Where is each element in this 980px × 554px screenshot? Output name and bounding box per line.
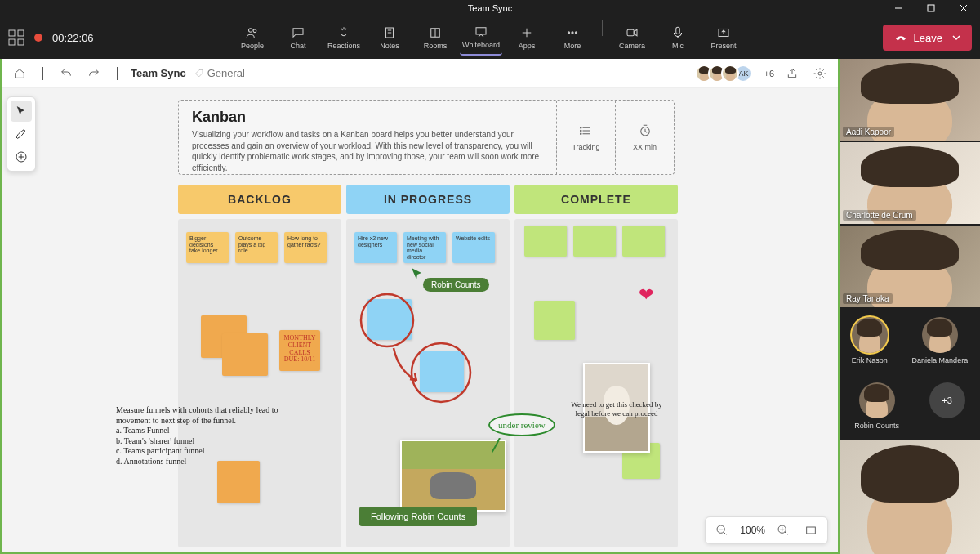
sticky-note[interactable] — [368, 299, 412, 340]
sticky-note[interactable] — [222, 333, 268, 376]
sticky-note[interactable] — [534, 301, 575, 340]
add-tool[interactable] — [11, 146, 32, 168]
svg-rect-22 — [676, 27, 680, 34]
participants-panel: Aadi Kapoor Charlotte de Crum Ray Tanaka… — [840, 59, 980, 554]
settings-button[interactable] — [810, 64, 830, 83]
more-button[interactable]: More — [551, 20, 594, 56]
window-minimize-button[interactable] — [882, 0, 915, 16]
window-maximize-button[interactable] — [915, 0, 947, 16]
main-region: Team Sync General AK +6 — [0, 59, 980, 554]
zoom-in-button[interactable] — [773, 520, 793, 540]
sticky-note[interactable]: Bigger decisions take longer — [186, 232, 229, 263]
handwritten-annotation: We need to get this checked by legal bef… — [564, 400, 670, 419]
whiteboard-canvas[interactable]: Kanban Visualizing your workflow and tas… — [2, 88, 838, 552]
mic-button[interactable]: Mic — [657, 20, 699, 56]
svg-point-8 — [249, 29, 253, 33]
window-close-button[interactable] — [947, 0, 980, 16]
kanban-description: Visualizing your workflow and tasks on a… — [192, 129, 543, 173]
tag-icon — [194, 69, 204, 78]
sticky-note[interactable] — [420, 351, 464, 392]
remote-cursor-tag: Robin Counts — [423, 278, 489, 292]
svg-rect-21 — [627, 29, 634, 36]
presence-overflow[interactable]: +6 — [764, 69, 774, 78]
video-tile[interactable]: Charlotte de Crum — [840, 142, 980, 224]
participant-avatar[interactable]: Erik Nason — [852, 317, 888, 364]
participant-avatar[interactable]: Daniela Mandera — [912, 317, 969, 364]
svg-point-32 — [580, 130, 581, 132]
sticky-note[interactable] — [622, 226, 665, 257]
whiteboard-tool-palette — [7, 96, 36, 172]
select-tool[interactable] — [11, 101, 32, 122]
present-button[interactable]: Present — [702, 20, 745, 56]
notes-button[interactable]: Notes — [368, 20, 411, 56]
whiteboard-button[interactable]: Whiteboard — [460, 20, 502, 56]
recording-indicator-icon — [34, 34, 42, 42]
video-tile[interactable] — [840, 440, 980, 554]
sticky-note[interactable]: Outcome plays a big role — [235, 232, 278, 263]
participant-name: Ray Tanaka — [843, 293, 893, 304]
chevron-down-icon — [952, 34, 960, 42]
handwritten-note: MONTHLY CLIENT CALLS DUE: 10/11 — [283, 335, 317, 364]
video-tile[interactable]: Ray Tanaka — [840, 226, 980, 307]
svg-point-33 — [580, 133, 581, 135]
leave-button[interactable]: Leave — [883, 25, 972, 51]
kanban-description-card[interactable]: Kanban Visualizing your workflow and tas… — [178, 100, 675, 175]
participant-name: Charlotte de Crum — [843, 210, 916, 221]
people-button[interactable]: People — [231, 20, 274, 56]
header-divider — [42, 67, 43, 80]
column-header-complete[interactable]: COMPLETE — [514, 185, 678, 214]
board-title: Team Sync — [131, 67, 186, 79]
app-grid-icon[interactable] — [8, 29, 24, 46]
column-body-backlog[interactable] — [178, 219, 341, 547]
participant-avatar[interactable]: Robin Counts — [854, 382, 899, 430]
share-button[interactable] — [782, 64, 802, 83]
sticky-note[interactable] — [524, 226, 567, 257]
rooms-button[interactable]: Rooms — [414, 20, 457, 56]
heart-reaction-icon: ❤ — [639, 284, 653, 306]
meeting-timer: 00:22:06 — [52, 32, 94, 44]
image-attachment[interactable] — [400, 440, 506, 512]
list-icon — [579, 123, 594, 138]
kanban-title: Kanban — [192, 109, 543, 126]
speech-annotation: under review — [488, 413, 555, 436]
toolbar-divider — [602, 20, 603, 36]
svg-rect-44 — [807, 527, 816, 534]
fit-screen-button[interactable] — [801, 520, 821, 540]
svg-rect-4 — [9, 30, 15, 36]
sticky-note[interactable]: How long to gather facts? — [284, 232, 327, 263]
kanban-time-cell: XX min — [615, 101, 674, 174]
sticky-note[interactable] — [573, 226, 616, 257]
presence-avatars[interactable]: AK — [700, 65, 752, 83]
apps-button[interactable]: Apps — [506, 20, 548, 56]
sticky-note[interactable]: Website edits — [452, 232, 495, 263]
sticky-note[interactable]: Meeting with new social media director — [403, 232, 446, 263]
reactions-button[interactable]: Reactions — [323, 20, 365, 56]
sticky-note[interactable]: Hire x2 new designers — [354, 232, 397, 263]
kanban-tracking-cell: Tracking — [556, 101, 615, 174]
participant-overflow[interactable]: +3 — [929, 382, 965, 430]
redo-button[interactable] — [84, 64, 104, 83]
svg-rect-5 — [18, 30, 24, 36]
avatar-row: Erik Nason Daniela Mandera — [840, 309, 980, 373]
svg-point-24 — [818, 72, 822, 75]
svg-rect-1 — [928, 5, 934, 11]
camera-button[interactable]: Camera — [611, 20, 653, 56]
column-header-backlog[interactable]: BACKLOG — [178, 185, 341, 214]
channel-tag[interactable]: General — [194, 67, 245, 79]
svg-point-31 — [580, 127, 581, 129]
undo-button[interactable] — [56, 64, 76, 83]
window-titlebar: Team Sync — [0, 0, 980, 16]
handwritten-annotation: Measure funnels with cohorts that reliab… — [116, 405, 279, 467]
zoom-out-button[interactable] — [712, 520, 732, 540]
svg-rect-15 — [476, 28, 486, 34]
column-header-progress[interactable]: IN PROGRESS — [346, 185, 510, 214]
sticky-note[interactable] — [217, 461, 260, 503]
home-button[interactable] — [10, 64, 29, 83]
following-indicator[interactable]: Following Robin Counts — [359, 507, 477, 526]
pen-tool[interactable] — [11, 123, 32, 145]
video-tile[interactable]: Aadi Kapoor — [840, 59, 980, 141]
svg-line-41 — [785, 532, 787, 534]
svg-rect-7 — [18, 39, 24, 45]
svg-point-9 — [253, 29, 256, 33]
chat-button[interactable]: Chat — [277, 20, 319, 56]
